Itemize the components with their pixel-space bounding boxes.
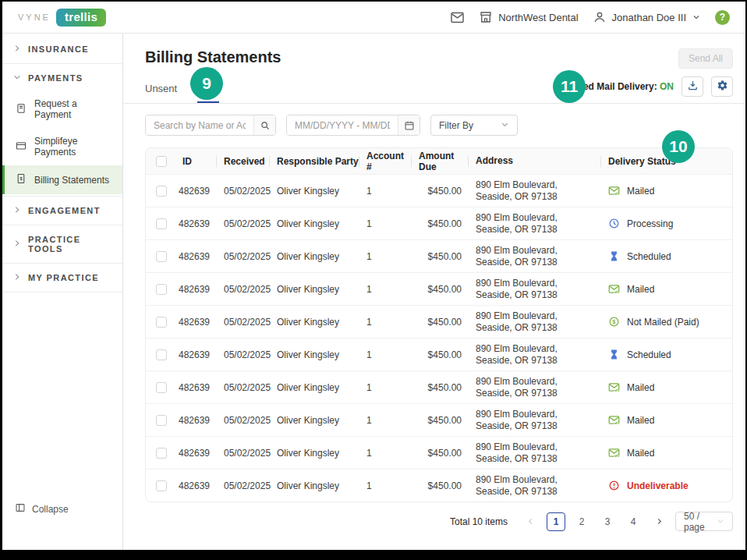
divider bbox=[2, 225, 122, 225]
pagination-total: Total 10 items bbox=[450, 516, 508, 527]
table-row[interactable]: 482639 05/02/2025 Oliver Kingsley 1 $450… bbox=[146, 207, 732, 239]
chevron-left-icon[interactable] bbox=[521, 512, 540, 531]
envelope-check-icon bbox=[608, 283, 620, 295]
sidebar-item-simplifeye-payments[interactable]: Simplifeye Payments bbox=[2, 128, 122, 165]
row-checkbox[interactable] bbox=[156, 382, 167, 393]
row-account: 1 bbox=[359, 251, 411, 262]
row-received: 05/02/2025 bbox=[216, 218, 269, 229]
table-row[interactable]: 482639 05/02/2025 Oliver Kingsley 1 $450… bbox=[146, 403, 732, 436]
row-id: 482639 bbox=[170, 382, 216, 393]
row-delivery-status: Processing bbox=[600, 218, 732, 229]
table-row[interactable]: 482639 05/02/2025 Oliver Kingsley 1 $450… bbox=[146, 174, 732, 207]
row-responsible-party: Oliver Kingsley bbox=[269, 448, 359, 459]
row-checkbox[interactable] bbox=[156, 480, 167, 491]
chevron-down-icon bbox=[13, 73, 21, 83]
download-icon bbox=[687, 80, 699, 94]
user-menu[interactable]: Jonathan Doe III bbox=[593, 10, 701, 24]
clock-icon bbox=[608, 218, 620, 229]
sidebar: INSURANCE PAYMENTS Request a Payment Sim… bbox=[2, 34, 123, 550]
page-size-select[interactable]: 50 / page bbox=[675, 512, 733, 531]
row-checkbox[interactable] bbox=[156, 448, 167, 459]
search-icon[interactable] bbox=[253, 115, 275, 135]
table-row[interactable]: 482639 05/02/2025 Oliver Kingsley 1 $450… bbox=[146, 272, 732, 305]
select-all-checkbox[interactable] bbox=[156, 156, 167, 167]
practice-selector[interactable]: NorthWest Dental bbox=[479, 10, 578, 24]
sidebar-section-practice-tools[interactable]: PRACTICE TOOLS bbox=[2, 227, 122, 261]
page-button-2[interactable]: 2 bbox=[572, 512, 591, 531]
chevron-right-icon[interactable] bbox=[650, 512, 668, 531]
table-row[interactable]: 482639 05/02/2025 Oliver Kingsley 1 $450… bbox=[146, 239, 732, 272]
practice-name: NorthWest Dental bbox=[498, 12, 578, 23]
row-id: 482639 bbox=[170, 448, 216, 459]
row-account: 1 bbox=[359, 349, 411, 360]
row-address: 890 Elm Boulevard, Seaside, OR 97138 bbox=[468, 179, 600, 203]
table-row[interactable]: 482639 05/02/2025 Oliver Kingsley 1 $450… bbox=[146, 436, 732, 469]
row-amount-due: $450.00 bbox=[411, 251, 468, 262]
row-checkbox[interactable] bbox=[156, 349, 167, 360]
sidebar-section-label: PRACTICE TOOLS bbox=[28, 235, 112, 253]
logo-vyne-text: VYNE bbox=[18, 12, 51, 22]
vyne-trellis-logo: VYNE trellis bbox=[18, 9, 106, 27]
page-button-3[interactable]: 3 bbox=[598, 512, 617, 531]
row-account: 1 bbox=[359, 480, 411, 491]
dollar-circle-icon: $ bbox=[608, 316, 620, 328]
sidebar-section-engagement[interactable]: ENGAGEMENT bbox=[2, 198, 122, 223]
download-button[interactable] bbox=[682, 76, 703, 97]
chevron-right-icon bbox=[13, 239, 21, 249]
divider bbox=[2, 292, 122, 292]
row-id: 482639 bbox=[170, 186, 216, 197]
chevron-right-icon bbox=[13, 44, 21, 54]
row-checkbox[interactable] bbox=[156, 317, 167, 328]
calendar-icon[interactable] bbox=[398, 115, 420, 135]
chevron-right-icon bbox=[13, 273, 21, 282]
date-range-input[interactable] bbox=[287, 115, 398, 135]
row-address: 890 Elm Boulevard, Seaside, OR 97138 bbox=[468, 409, 600, 432]
row-checkbox[interactable] bbox=[156, 284, 167, 295]
page-size-label: 50 / page bbox=[684, 511, 717, 533]
row-checkbox[interactable] bbox=[156, 415, 167, 426]
sidebar-section-my-practice[interactable]: MY PRACTICE bbox=[2, 265, 122, 290]
row-amount-due: $450.00 bbox=[411, 186, 468, 197]
send-all-button[interactable]: Send All bbox=[678, 48, 733, 69]
row-account: 1 bbox=[359, 218, 411, 229]
table-row[interactable]: 482639 05/02/2025 Oliver Kingsley 1 $450… bbox=[146, 370, 732, 403]
row-responsible-party: Oliver Kingsley bbox=[269, 349, 359, 360]
row-id: 482639 bbox=[170, 415, 216, 426]
row-checkbox[interactable] bbox=[156, 218, 167, 229]
page-button-4[interactable]: 4 bbox=[624, 512, 643, 531]
row-received: 05/02/2025 bbox=[216, 251, 269, 262]
storefront-icon bbox=[479, 10, 493, 24]
row-responsible-party: Oliver Kingsley bbox=[269, 284, 359, 295]
row-checkbox[interactable] bbox=[156, 251, 167, 262]
main-content: 9 10 11 Billing Statements Send All Unse… bbox=[123, 34, 745, 550]
chevron-down-icon bbox=[501, 120, 509, 131]
filter-by-select[interactable]: Filter By bbox=[430, 115, 518, 136]
row-checkbox[interactable] bbox=[156, 186, 167, 197]
sidebar-section-insurance[interactable]: INSURANCE bbox=[2, 37, 122, 62]
sidebar-item-billing-statements[interactable]: $ Billing Statements bbox=[2, 165, 122, 194]
sidebar-item-request-a-payment[interactable]: Request a Payment bbox=[2, 90, 122, 128]
table-row[interactable]: 482639 05/02/2025 Oliver Kingsley 1 $450… bbox=[146, 469, 732, 502]
row-received: 05/02/2025 bbox=[216, 284, 269, 295]
search-input[interactable] bbox=[146, 115, 253, 135]
annotation-badge-10: 10 bbox=[662, 130, 695, 163]
mail-icon[interactable] bbox=[450, 10, 465, 25]
row-account: 1 bbox=[359, 186, 411, 197]
table-row[interactable]: 482639 05/02/2025 Oliver Kingsley 1 $450… bbox=[146, 338, 732, 370]
date-range-box bbox=[286, 115, 420, 136]
collapse-sidebar-button[interactable]: Collapse bbox=[15, 502, 69, 516]
sidebar-item-label: Request a Payment bbox=[34, 98, 112, 120]
row-account: 1 bbox=[359, 284, 411, 295]
tab-unsent[interactable]: Unsent bbox=[145, 83, 177, 103]
row-id: 482639 bbox=[170, 349, 216, 360]
row-address: 890 Elm Boulevard, Seaside, OR 97138 bbox=[468, 245, 600, 268]
user-icon bbox=[593, 10, 607, 24]
row-responsible-party: Oliver Kingsley bbox=[269, 480, 359, 491]
table-row[interactable]: 482639 05/02/2025 Oliver Kingsley 1 $450… bbox=[146, 305, 732, 338]
row-account: 1 bbox=[359, 317, 411, 328]
help-icon[interactable]: ? bbox=[715, 10, 730, 25]
divider bbox=[2, 63, 122, 64]
page-button-1[interactable]: 1 bbox=[547, 512, 565, 531]
sidebar-section-payments[interactable]: PAYMENTS bbox=[2, 66, 122, 90]
settings-button[interactable] bbox=[711, 76, 733, 97]
